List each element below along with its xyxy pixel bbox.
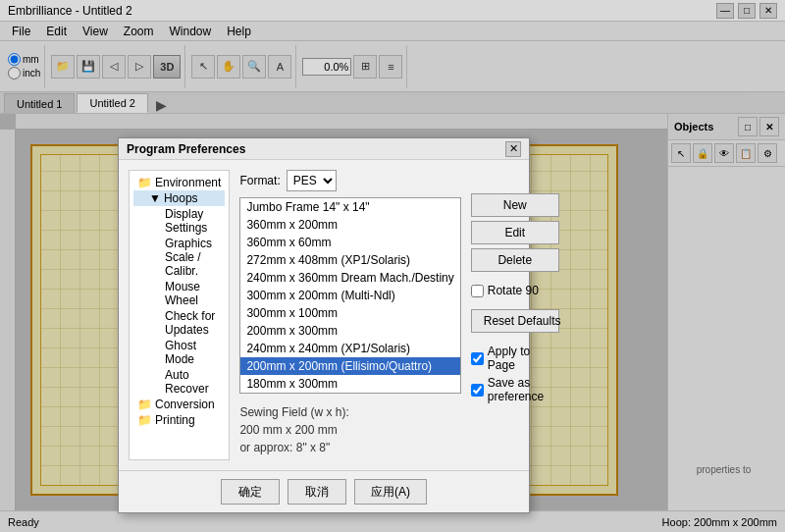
toolbar-group-tools: ↖ ✋ 🔍 A	[187, 45, 296, 88]
unit-inch-label: inch	[23, 68, 40, 79]
toolbar: mm inch 📁 💾 ◁ ▷ 3D ↖ ✋ 🔍 A ⊞ ≡	[0, 41, 785, 92]
edit-button[interactable]: Edit	[471, 221, 559, 244]
toolbar-grid-btn[interactable]: ⊞	[353, 55, 377, 79]
menu-file[interactable]: File	[4, 23, 38, 40]
hoop-item-1[interactable]: 360mm x 200mm	[240, 216, 459, 234]
minimize-button[interactable]: —	[716, 3, 734, 19]
menu-view[interactable]: View	[75, 23, 116, 40]
save-preference-checkbox[interactable]	[471, 384, 484, 397]
rotate90-label: Rotate 90	[488, 284, 539, 297]
maximize-button[interactable]: □	[738, 3, 756, 19]
hoop-item-3[interactable]: 272mm x 408mm (XP1/Solaris)	[240, 251, 459, 269]
apply-to-page-checkbox[interactable]	[471, 352, 484, 365]
dialog-title-bar: Program Preferences ✕	[119, 138, 529, 160]
sewing-field-width: 200 mm x 200 mm	[239, 421, 460, 439]
panel-close-button[interactable]: ✕	[759, 117, 779, 136]
close-button[interactable]: ✕	[759, 3, 777, 19]
tree-ghost-mode[interactable]: Ghost Mode	[133, 338, 225, 367]
tree-printing[interactable]: 📁 Printing	[133, 412, 225, 428]
panel-btn-1[interactable]: ↖	[671, 143, 691, 163]
tree-graphics-scale[interactable]: Graphics Scale / Calibr.	[133, 236, 225, 279]
toolbar-text-btn[interactable]: A	[268, 55, 291, 79]
panel-btn-4[interactable]: 📋	[736, 143, 756, 163]
tree-environment[interactable]: 📁 Environment	[133, 175, 225, 190]
panel-btn-5[interactable]: ⚙	[758, 143, 777, 163]
hoop-item-5[interactable]: 300mm x 200mm (Multi-Ndl)	[240, 287, 459, 304]
hoop-list[interactable]: Jumbo Frame 14" x 14" 360mm x 200mm 360m…	[239, 197, 460, 394]
format-select[interactable]: PES DST EXP JEF VP3	[287, 170, 337, 191]
tree-mouse-wheel[interactable]: Mouse Wheel	[133, 279, 225, 308]
unit-inch-radio[interactable]	[8, 67, 21, 80]
hoop-item-6[interactable]: 300mm x 100mm	[240, 304, 459, 322]
panel-title: Objects □ ✕	[668, 114, 785, 140]
title-bar: Embrilliance - Untitled 2 — □ ✕	[0, 0, 785, 22]
panel-btn-3[interactable]: 👁	[714, 143, 734, 163]
tree-display-settings[interactable]: Display Settings	[133, 206, 225, 236]
tab-add-button[interactable]: ▶	[154, 97, 170, 113]
apply-button[interactable]: 应用(A)	[354, 479, 427, 505]
cancel-button[interactable]: 取消	[288, 479, 346, 505]
toolbar-align-btn[interactable]: ≡	[379, 55, 402, 79]
toolbar-select-btn[interactable]: ↖	[191, 55, 215, 79]
menu-zoom[interactable]: Zoom	[116, 23, 162, 40]
panel-title-label: Objects	[674, 121, 713, 133]
dialog-close-button[interactable]: ✕	[505, 141, 521, 157]
apply-to-page-label: Apply to Page	[488, 345, 559, 372]
hoop-item-0[interactable]: Jumbo Frame 14" x 14"	[240, 198, 459, 216]
ok-button[interactable]: 确定	[221, 479, 280, 505]
unit-mm-label: mm	[23, 54, 39, 65]
delete-button[interactable]: Delete	[471, 248, 559, 272]
hoop-item-7[interactable]: 200mm x 300mm	[240, 322, 459, 340]
dialog-body: 📁 Environment ▼ Hoops Display Settings G…	[119, 160, 529, 470]
hoop-item-11[interactable]: 160mm x 260mm	[240, 393, 459, 394]
save-preference-row[interactable]: Save as preference	[471, 376, 559, 403]
rotate90-row[interactable]: Rotate 90	[471, 284, 559, 297]
sewing-field-info: Sewing Field (w x h): 200 mm x 200 mm or…	[239, 399, 460, 460]
rotate90-checkbox[interactable]	[471, 285, 484, 297]
folder-icon-2: 📁	[137, 398, 152, 411]
format-row: Format: PES DST EXP JEF VP3	[239, 170, 460, 191]
hoop-item-9[interactable]: 200mm x 200mm (Ellisimo/Quattro)	[240, 357, 459, 375]
menu-window[interactable]: Window	[162, 23, 220, 40]
toolbar-forward-btn[interactable]: ▷	[128, 55, 151, 79]
save-preference-label: Save as preference	[488, 376, 559, 403]
sewing-field-approx: or approx: 8" x 8"	[239, 439, 460, 456]
hoop-item-10[interactable]: 180mm x 300mm	[240, 375, 459, 393]
menu-edit[interactable]: Edit	[38, 23, 75, 40]
toolbar-move-btn[interactable]: ✋	[217, 55, 240, 79]
apply-to-page-row[interactable]: Apply to Page	[471, 345, 559, 372]
unit-mm-radio[interactable]	[8, 53, 21, 66]
tree-auto-recover[interactable]: Auto Recover	[133, 367, 225, 397]
tree-check-updates[interactable]: Check for Updates	[133, 308, 225, 338]
toolbar-back-btn[interactable]: ◁	[102, 55, 126, 79]
unit-selector: mm inch	[8, 53, 40, 80]
tree-hoops[interactable]: ▼ Hoops	[133, 190, 225, 206]
panel-btn-2[interactable]: 🔒	[693, 143, 712, 163]
hoop-item-2[interactable]: 360mm x 60mm	[240, 234, 459, 251]
toolbar-open-btn[interactable]: 📁	[51, 55, 75, 79]
reset-defaults-button[interactable]: Reset Defaults	[471, 309, 559, 333]
hoop-item-8[interactable]: 240mm x 240mm (XP1/Solaris)	[240, 340, 459, 357]
panel-toolbar: ↖ 🔒 👁 📋 ⚙	[668, 140, 785, 167]
program-preferences-dialog[interactable]: Program Preferences ✕ 📁 Environment ▼ Ho…	[118, 137, 530, 513]
zoom-input[interactable]	[302, 58, 351, 76]
hoop-item-4[interactable]: 240mm x 360mm Dream Mach./Destiny	[240, 269, 459, 287]
dialog-footer: 确定 取消 应用(A)	[119, 470, 529, 512]
folder-icon: 📁	[137, 176, 152, 189]
tab-untitled1[interactable]: Untitled 1	[4, 93, 75, 113]
folder-icon-3: 📁	[137, 413, 152, 427]
toolbar-zoom-btn[interactable]: 🔍	[242, 55, 266, 79]
panel-float-button[interactable]: □	[738, 117, 758, 136]
menu-help[interactable]: Help	[219, 23, 259, 40]
tab-untitled2[interactable]: Untitled 2	[77, 93, 147, 113]
new-button[interactable]: New	[471, 193, 559, 217]
toolbar-group-nav: 📁 💾 ◁ ▷ 3D	[47, 45, 185, 88]
toolbar-save-btn[interactable]: 💾	[77, 55, 100, 79]
status-left: Ready	[8, 516, 39, 528]
menu-bar: File Edit View Zoom Window Help	[0, 22, 785, 41]
dialog-content: Format: PES DST EXP JEF VP3 Jumbo Frame …	[239, 170, 460, 460]
tab-bar: Untitled 1 Untitled 2 ▶	[0, 92, 785, 114]
tree-conversion[interactable]: 📁 Conversion	[133, 397, 225, 412]
status-bar: Ready Hoop: 200mm x 200mm	[0, 510, 785, 532]
toolbar-3d-btn[interactable]: 3D	[153, 55, 181, 79]
